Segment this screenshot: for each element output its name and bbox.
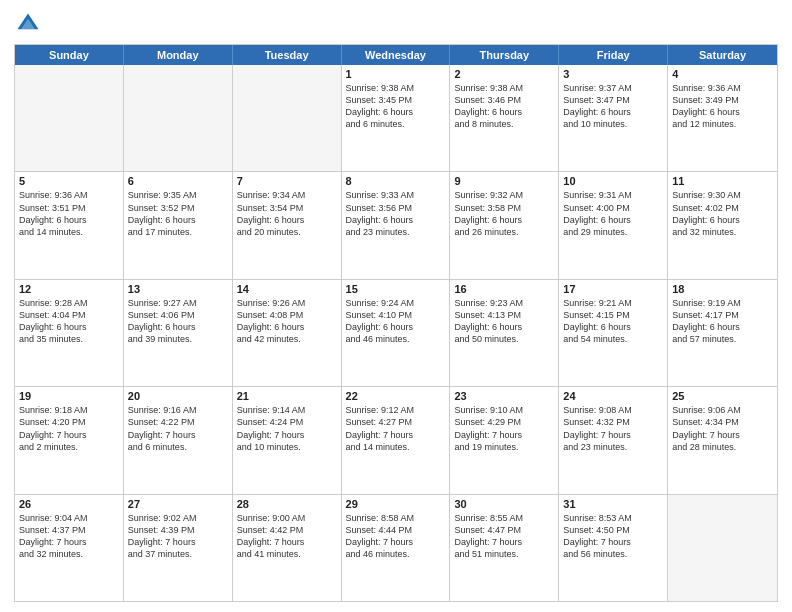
calendar-header-monday: Monday — [124, 45, 233, 65]
day-number: 19 — [19, 390, 119, 402]
calendar-header-saturday: Saturday — [668, 45, 777, 65]
calendar-cell: 12Sunrise: 9:28 AM Sunset: 4:04 PM Dayli… — [15, 280, 124, 386]
day-number: 31 — [563, 498, 663, 510]
calendar-cell: 11Sunrise: 9:30 AM Sunset: 4:02 PM Dayli… — [668, 172, 777, 278]
day-number: 18 — [672, 283, 773, 295]
calendar-week-2: 12Sunrise: 9:28 AM Sunset: 4:04 PM Dayli… — [15, 279, 777, 386]
calendar-cell: 22Sunrise: 9:12 AM Sunset: 4:27 PM Dayli… — [342, 387, 451, 493]
calendar-cell: 25Sunrise: 9:06 AM Sunset: 4:34 PM Dayli… — [668, 387, 777, 493]
cell-text: Sunrise: 8:55 AM Sunset: 4:47 PM Dayligh… — [454, 512, 554, 561]
calendar-cell — [15, 65, 124, 171]
cell-text: Sunrise: 9:30 AM Sunset: 4:02 PM Dayligh… — [672, 189, 773, 238]
cell-text: Sunrise: 9:26 AM Sunset: 4:08 PM Dayligh… — [237, 297, 337, 346]
day-number: 10 — [563, 175, 663, 187]
day-number: 21 — [237, 390, 337, 402]
day-number: 3 — [563, 68, 663, 80]
cell-text: Sunrise: 9:32 AM Sunset: 3:58 PM Dayligh… — [454, 189, 554, 238]
calendar-cell: 16Sunrise: 9:23 AM Sunset: 4:13 PM Dayli… — [450, 280, 559, 386]
header — [14, 10, 778, 38]
cell-text: Sunrise: 9:00 AM Sunset: 4:42 PM Dayligh… — [237, 512, 337, 561]
day-number: 12 — [19, 283, 119, 295]
day-number: 14 — [237, 283, 337, 295]
calendar-cell: 14Sunrise: 9:26 AM Sunset: 4:08 PM Dayli… — [233, 280, 342, 386]
calendar-week-0: 1Sunrise: 9:38 AM Sunset: 3:45 PM Daylig… — [15, 65, 777, 171]
day-number: 27 — [128, 498, 228, 510]
cell-text: Sunrise: 8:58 AM Sunset: 4:44 PM Dayligh… — [346, 512, 446, 561]
calendar-cell: 9Sunrise: 9:32 AM Sunset: 3:58 PM Daylig… — [450, 172, 559, 278]
day-number: 15 — [346, 283, 446, 295]
cell-text: Sunrise: 9:18 AM Sunset: 4:20 PM Dayligh… — [19, 404, 119, 453]
day-number: 6 — [128, 175, 228, 187]
calendar-cell: 17Sunrise: 9:21 AM Sunset: 4:15 PM Dayli… — [559, 280, 668, 386]
page: SundayMondayTuesdayWednesdayThursdayFrid… — [0, 0, 792, 612]
day-number: 9 — [454, 175, 554, 187]
calendar-cell: 29Sunrise: 8:58 AM Sunset: 4:44 PM Dayli… — [342, 495, 451, 601]
day-number: 29 — [346, 498, 446, 510]
cell-text: Sunrise: 9:14 AM Sunset: 4:24 PM Dayligh… — [237, 404, 337, 453]
cell-text: Sunrise: 9:35 AM Sunset: 3:52 PM Dayligh… — [128, 189, 228, 238]
calendar-week-3: 19Sunrise: 9:18 AM Sunset: 4:20 PM Dayli… — [15, 386, 777, 493]
cell-text: Sunrise: 9:06 AM Sunset: 4:34 PM Dayligh… — [672, 404, 773, 453]
cell-text: Sunrise: 9:31 AM Sunset: 4:00 PM Dayligh… — [563, 189, 663, 238]
day-number: 24 — [563, 390, 663, 402]
calendar-cell: 19Sunrise: 9:18 AM Sunset: 4:20 PM Dayli… — [15, 387, 124, 493]
calendar-cell: 3Sunrise: 9:37 AM Sunset: 3:47 PM Daylig… — [559, 65, 668, 171]
cell-text: Sunrise: 9:36 AM Sunset: 3:49 PM Dayligh… — [672, 82, 773, 131]
cell-text: Sunrise: 9:19 AM Sunset: 4:17 PM Dayligh… — [672, 297, 773, 346]
day-number: 22 — [346, 390, 446, 402]
calendar-header-tuesday: Tuesday — [233, 45, 342, 65]
day-number: 11 — [672, 175, 773, 187]
cell-text: Sunrise: 9:02 AM Sunset: 4:39 PM Dayligh… — [128, 512, 228, 561]
day-number: 4 — [672, 68, 773, 80]
calendar-cell: 20Sunrise: 9:16 AM Sunset: 4:22 PM Dayli… — [124, 387, 233, 493]
calendar-cell: 5Sunrise: 9:36 AM Sunset: 3:51 PM Daylig… — [15, 172, 124, 278]
calendar-cell: 26Sunrise: 9:04 AM Sunset: 4:37 PM Dayli… — [15, 495, 124, 601]
calendar-cell: 2Sunrise: 9:38 AM Sunset: 3:46 PM Daylig… — [450, 65, 559, 171]
day-number: 30 — [454, 498, 554, 510]
day-number: 1 — [346, 68, 446, 80]
calendar-cell: 7Sunrise: 9:34 AM Sunset: 3:54 PM Daylig… — [233, 172, 342, 278]
cell-text: Sunrise: 9:33 AM Sunset: 3:56 PM Dayligh… — [346, 189, 446, 238]
calendar-cell: 28Sunrise: 9:00 AM Sunset: 4:42 PM Dayli… — [233, 495, 342, 601]
calendar-header-thursday: Thursday — [450, 45, 559, 65]
calendar-cell: 8Sunrise: 9:33 AM Sunset: 3:56 PM Daylig… — [342, 172, 451, 278]
cell-text: Sunrise: 9:24 AM Sunset: 4:10 PM Dayligh… — [346, 297, 446, 346]
cell-text: Sunrise: 9:12 AM Sunset: 4:27 PM Dayligh… — [346, 404, 446, 453]
calendar-cell: 4Sunrise: 9:36 AM Sunset: 3:49 PM Daylig… — [668, 65, 777, 171]
day-number: 8 — [346, 175, 446, 187]
day-number: 25 — [672, 390, 773, 402]
cell-text: Sunrise: 9:34 AM Sunset: 3:54 PM Dayligh… — [237, 189, 337, 238]
calendar-cell: 31Sunrise: 8:53 AM Sunset: 4:50 PM Dayli… — [559, 495, 668, 601]
cell-text: Sunrise: 9:21 AM Sunset: 4:15 PM Dayligh… — [563, 297, 663, 346]
day-number: 28 — [237, 498, 337, 510]
calendar-cell: 1Sunrise: 9:38 AM Sunset: 3:45 PM Daylig… — [342, 65, 451, 171]
cell-text: Sunrise: 9:04 AM Sunset: 4:37 PM Dayligh… — [19, 512, 119, 561]
cell-text: Sunrise: 9:36 AM Sunset: 3:51 PM Dayligh… — [19, 189, 119, 238]
calendar-cell — [233, 65, 342, 171]
calendar-cell: 18Sunrise: 9:19 AM Sunset: 4:17 PM Dayli… — [668, 280, 777, 386]
calendar-cell: 6Sunrise: 9:35 AM Sunset: 3:52 PM Daylig… — [124, 172, 233, 278]
day-number: 16 — [454, 283, 554, 295]
calendar: SundayMondayTuesdayWednesdayThursdayFrid… — [14, 44, 778, 602]
calendar-header-wednesday: Wednesday — [342, 45, 451, 65]
cell-text: Sunrise: 8:53 AM Sunset: 4:50 PM Dayligh… — [563, 512, 663, 561]
calendar-body: 1Sunrise: 9:38 AM Sunset: 3:45 PM Daylig… — [15, 65, 777, 601]
day-number: 2 — [454, 68, 554, 80]
calendar-cell: 24Sunrise: 9:08 AM Sunset: 4:32 PM Dayli… — [559, 387, 668, 493]
cell-text: Sunrise: 9:28 AM Sunset: 4:04 PM Dayligh… — [19, 297, 119, 346]
cell-text: Sunrise: 9:27 AM Sunset: 4:06 PM Dayligh… — [128, 297, 228, 346]
calendar-cell: 10Sunrise: 9:31 AM Sunset: 4:00 PM Dayli… — [559, 172, 668, 278]
day-number: 20 — [128, 390, 228, 402]
cell-text: Sunrise: 9:16 AM Sunset: 4:22 PM Dayligh… — [128, 404, 228, 453]
calendar-header-friday: Friday — [559, 45, 668, 65]
cell-text: Sunrise: 9:38 AM Sunset: 3:45 PM Dayligh… — [346, 82, 446, 131]
cell-text: Sunrise: 9:23 AM Sunset: 4:13 PM Dayligh… — [454, 297, 554, 346]
calendar-cell: 30Sunrise: 8:55 AM Sunset: 4:47 PM Dayli… — [450, 495, 559, 601]
cell-text: Sunrise: 9:08 AM Sunset: 4:32 PM Dayligh… — [563, 404, 663, 453]
calendar-cell: 15Sunrise: 9:24 AM Sunset: 4:10 PM Dayli… — [342, 280, 451, 386]
day-number: 13 — [128, 283, 228, 295]
day-number: 17 — [563, 283, 663, 295]
cell-text: Sunrise: 9:10 AM Sunset: 4:29 PM Dayligh… — [454, 404, 554, 453]
day-number: 7 — [237, 175, 337, 187]
cell-text: Sunrise: 9:37 AM Sunset: 3:47 PM Dayligh… — [563, 82, 663, 131]
